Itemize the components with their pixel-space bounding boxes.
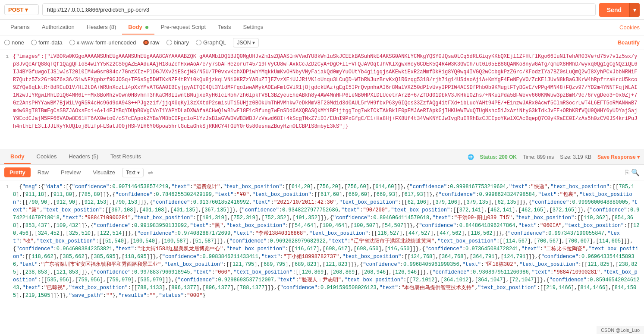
response-time: Time: 899 ms	[523, 154, 554, 160]
view-tab-raw[interactable]: Raw	[32, 167, 54, 177]
cookies-link[interactable]: Cookies	[619, 24, 640, 31]
resp-tab-test-results[interactable]: Test Results	[104, 150, 147, 164]
body-dot	[145, 26, 148, 29]
option-graphql[interactable]: GraphQL	[196, 39, 226, 46]
search-button[interactable]: 🔍	[631, 168, 640, 176]
json-chevron-icon: ▾	[252, 40, 255, 46]
code-line-1: 1 {"images":["iVBORw0KGgoAAAANSUhEUgAAAN…	[0, 53, 644, 130]
response-body-content[interactable]: {"msg":{"data":[{"confidence":0.90714645…	[13, 183, 644, 301]
tab-tests[interactable]: Tests	[212, 20, 237, 35]
send-arrow-button[interactable]: ▾	[629, 3, 640, 17]
view-tab-visualize[interactable]: Visualize	[88, 167, 120, 177]
line-num-1: 1	[0, 53, 13, 130]
top-bar: POST ▾ Send ▾	[0, 0, 644, 20]
view-tab-preview[interactable]: Preview	[56, 167, 86, 177]
resp-line-1: 1 {"msg":{"data":[{"confidence":0.907146…	[0, 183, 644, 301]
tab-params[interactable]: Params	[4, 20, 36, 35]
save-response-button[interactable]: Save Response ▾	[597, 154, 640, 160]
resp-tab-headers[interactable]: Headers (5)	[63, 150, 104, 164]
radio-none[interactable]	[4, 40, 10, 45]
url-input[interactable]	[42, 3, 596, 16]
send-button[interactable]: Send	[599, 3, 629, 17]
tab-prerequest[interactable]: Pre-request Script	[154, 20, 212, 35]
copy-button[interactable]: ⎘	[625, 169, 629, 176]
status-code: Status: 200 OK	[480, 154, 517, 160]
radio-form-data[interactable]	[31, 40, 37, 45]
resp-tab-body[interactable]: Body	[4, 150, 31, 164]
response-tabs: Body Cookies Headers (5) Test Results 🌐 …	[0, 149, 644, 165]
request-body: 1 {"images":["iVBORw0KGgoAAAANSUhEUgAAAN…	[0, 50, 644, 149]
json-select[interactable]: JSON ▾	[233, 38, 259, 47]
option-raw[interactable]: raw	[143, 39, 160, 46]
radio-binary[interactable]	[166, 40, 172, 45]
tab-authorization[interactable]: Authorization	[36, 20, 81, 35]
option-none[interactable]: none	[4, 39, 24, 46]
view-tabs: Pretty Raw Preview Visualize Text ▾ ⇌ ⎘ …	[0, 165, 644, 180]
radio-raw[interactable]	[143, 40, 149, 45]
globe-icon: 🌐	[468, 154, 474, 160]
response-body: 1 {"msg":{"data":[{"confidence":0.907146…	[0, 180, 644, 301]
radio-graphql[interactable]	[196, 40, 201, 45]
text-label: Text	[126, 170, 135, 176]
beautify-button[interactable]: Beautify	[618, 39, 640, 46]
method-chevron-icon: ▾	[25, 6, 28, 13]
response-size: Size: 3.19 KB	[560, 154, 591, 160]
response-status-area: 🌐 Status: 200 OK Time: 899 ms Size: 3.19…	[468, 154, 640, 160]
tab-headers[interactable]: Headers (8)	[81, 20, 123, 35]
tab-settings[interactable]: Settings	[237, 20, 270, 35]
json-label: JSON	[237, 40, 251, 46]
send-group: Send ▾	[599, 3, 640, 17]
option-urlencoded[interactable]: x-www-form-urlencoded	[69, 39, 136, 46]
nav-tabs: Params Authorization Headers (8) Body Pr…	[0, 20, 644, 35]
body-options: none form-data x-www-form-urlencoded raw…	[0, 35, 644, 50]
text-type-select[interactable]: Text ▾	[122, 168, 144, 177]
option-form-data[interactable]: form-data	[31, 39, 63, 46]
method-label: POST	[8, 6, 23, 13]
text-chevron-icon: ▾	[137, 170, 140, 176]
radio-urlencoded[interactable]	[69, 40, 75, 45]
resp-tab-cookies[interactable]: Cookies	[31, 150, 63, 164]
tab-body[interactable]: Body	[122, 20, 154, 35]
view-tab-pretty[interactable]: Pretty	[4, 167, 31, 177]
method-select[interactable]: POST ▾	[4, 4, 39, 15]
filter-icon: ⇌	[148, 169, 153, 176]
option-binary[interactable]: binary	[166, 39, 189, 46]
resp-line-num-1: 1	[0, 183, 13, 301]
request-body-content[interactable]: {"images":["iVBORw0KGgoAAAANSUhEUgAAANSU…	[13, 53, 644, 130]
